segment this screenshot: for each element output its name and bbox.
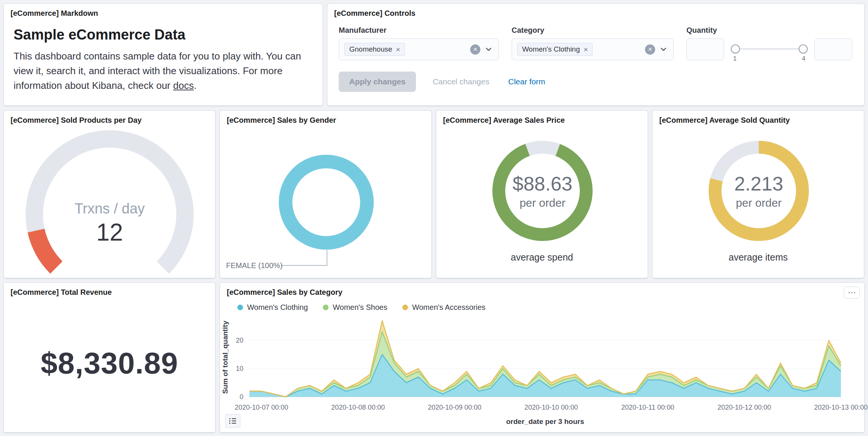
markdown-content: Sample eCommerce Data This dashboard con… <box>4 18 322 93</box>
quantity-max-input[interactable] <box>815 38 852 60</box>
y-axis-title: Sum of total_quantity <box>221 320 229 394</box>
panel-title: [eCommerce] Average Sold Quantity <box>653 111 864 125</box>
gauge-track-arc <box>34 139 185 267</box>
panel-title: [eCommerce] Sales by Category <box>220 283 349 297</box>
panel-title: [eCommerce] Total Revenue <box>4 283 215 297</box>
panel-markdown: [eCommerce] Markdown Sample eCommerce Da… <box>3 3 323 106</box>
x-tick-label: 2020-10-09 00:00 <box>428 404 481 411</box>
panel-controls: [eCommerce] Controls Manufacturer Gnomeh… <box>327 3 865 106</box>
x-tick-label: 2020-10-08 00:00 <box>331 404 385 411</box>
slider-handle-min[interactable] <box>731 44 740 53</box>
markdown-text: This dashboard contains sample data for … <box>14 50 301 91</box>
gender-slice-label: FEMALE (100%) <box>226 261 283 270</box>
legend-toggle-button[interactable] <box>225 414 240 428</box>
legend-item-women-s-accessories[interactable]: Women's Accessories <box>402 303 486 312</box>
clear-selection-button[interactable]: ✕ <box>645 44 655 55</box>
legend-dot <box>237 305 243 310</box>
category-selected-pill[interactable]: Women's Clothing × <box>517 43 593 56</box>
x-tick-label: 2020-10-12 00:00 <box>718 404 771 411</box>
y-tick-label: 0 <box>240 393 243 401</box>
slider-min-label: 1 <box>733 55 737 63</box>
category-selected-value: Women's Clothing <box>522 45 580 53</box>
slider-max-label: 4 <box>802 55 805 63</box>
goal-gauge-chart[interactable] <box>4 125 216 276</box>
panel-average-sales-price: [eCommerce] Average Sales Price $88.63 p… <box>436 110 648 278</box>
manufacturer-control: Manufacturer Gnomehouse × ✕ <box>339 21 499 63</box>
total-revenue-value: $8,330.89 <box>41 346 178 381</box>
gauge-value-arc <box>36 231 57 268</box>
x-tick-label: 2020-10-11 00:00 <box>621 404 674 411</box>
panel-title: [eCommerce] Sold Products per Day <box>4 111 215 125</box>
markdown-text-after: . <box>194 80 196 91</box>
area-band-women-s-clothing[interactable] <box>249 355 841 397</box>
legend-label: Women's Clothing <box>247 303 308 312</box>
apply-changes-button[interactable]: Apply changes <box>339 72 416 92</box>
legend-dot <box>323 305 329 310</box>
docs-link[interactable]: docs <box>173 80 194 91</box>
remove-selection-icon[interactable]: × <box>584 46 588 53</box>
panel-title: [eCommerce] Markdown <box>4 4 322 18</box>
clear-form-button[interactable]: Clear form <box>506 77 547 87</box>
panel-title: [eCommerce] Controls <box>327 4 864 18</box>
quantity-label: Quantity <box>686 26 852 35</box>
panel-total-revenue: [eCommerce] Total Revenue $8,330.89 <box>3 282 215 433</box>
clear-selection-button[interactable]: ✕ <box>470 44 480 55</box>
manufacturer-selected-value: Gnomehouse <box>349 45 392 53</box>
legend-item-women-s-shoes[interactable]: Women's Shoes <box>323 303 387 312</box>
panel-options-button[interactable]: ⋯ <box>844 287 860 299</box>
panel-title: [eCommerce] Sales by Gender <box>220 111 431 125</box>
quantity-range-slider[interactable]: 1 4 <box>731 38 808 63</box>
legend-dot <box>402 305 408 310</box>
markdown-heading: Sample eCommerce Data <box>14 27 313 43</box>
remove-selection-icon[interactable]: × <box>396 46 400 53</box>
y-tick-label: 10 <box>236 365 243 372</box>
panel-average-sold-quantity: [eCommerce] Average Sold Quantity 2.213 … <box>652 110 864 278</box>
sales-by-category-area-chart[interactable]: 010202020-10-07 00:002020-10-08 00:00202… <box>220 313 860 428</box>
dashboard: [eCommerce] Markdown Sample eCommerce Da… <box>0 0 868 436</box>
legend-label: Women's Accessories <box>412 303 486 312</box>
chart-legend: Women's ClothingWomen's ShoesWomen's Acc… <box>237 303 864 312</box>
panel-sold-products-per-day: [eCommerce] Sold Products per Day Trxns … <box>3 110 215 278</box>
gender-slice[interactable] <box>286 162 367 243</box>
avg-qty-goal-chart[interactable] <box>653 131 865 248</box>
legend-item-women-s-clothing[interactable]: Women's Clothing <box>237 303 308 312</box>
panel-sales-by-category: [eCommerce] Sales by Category ⋯ Women's … <box>220 282 865 433</box>
list-icon <box>229 417 237 425</box>
controls-content: Manufacturer Gnomehouse × ✕ C <box>327 18 864 92</box>
x-tick-label: 2020-10-07 00:00 <box>235 404 288 411</box>
chevron-down-icon[interactable] <box>484 45 493 54</box>
category-label: Category <box>512 26 674 35</box>
category-control: Category Women's Clothing × ✕ <box>512 21 674 63</box>
panel-sales-by-gender: [eCommerce] Sales by Gender FEMALE (100%… <box>220 110 432 278</box>
avg-price-caption: average spend <box>436 252 648 263</box>
category-combobox[interactable]: Women's Clothing × ✕ <box>512 38 674 60</box>
quantity-control: Quantity 1 4 <box>686 21 852 63</box>
legend-label: Women's Shoes <box>333 303 387 312</box>
markdown-body: This dashboard contains sample data for … <box>14 49 313 93</box>
y-tick-label: 20 <box>236 337 243 344</box>
manufacturer-label: Manufacturer <box>339 26 499 35</box>
x-tick-label: 2020-10-13 00:00 <box>814 404 868 411</box>
slider-track <box>732 49 806 49</box>
x-axis-title: order_date per 3 hours <box>506 418 584 425</box>
panel-title: [eCommerce] Average Sales Price <box>436 111 648 125</box>
avg-price-goal-chart[interactable] <box>436 131 648 248</box>
manufacturer-selected-pill[interactable]: Gnomehouse × <box>344 43 405 56</box>
avg-qty-caption: average items <box>653 252 864 263</box>
quantity-min-input[interactable] <box>686 38 724 60</box>
cancel-changes-button[interactable]: Cancel changes <box>430 77 492 87</box>
manufacturer-combobox[interactable]: Gnomehouse × ✕ <box>339 38 499 60</box>
slider-handle-max[interactable] <box>799 44 808 53</box>
x-tick-label: 2020-10-10 00:00 <box>524 404 578 411</box>
chevron-down-icon[interactable] <box>659 45 668 54</box>
gender-donut-chart[interactable]: FEMALE (100%) <box>220 130 432 279</box>
slice-label-connector <box>281 250 327 265</box>
